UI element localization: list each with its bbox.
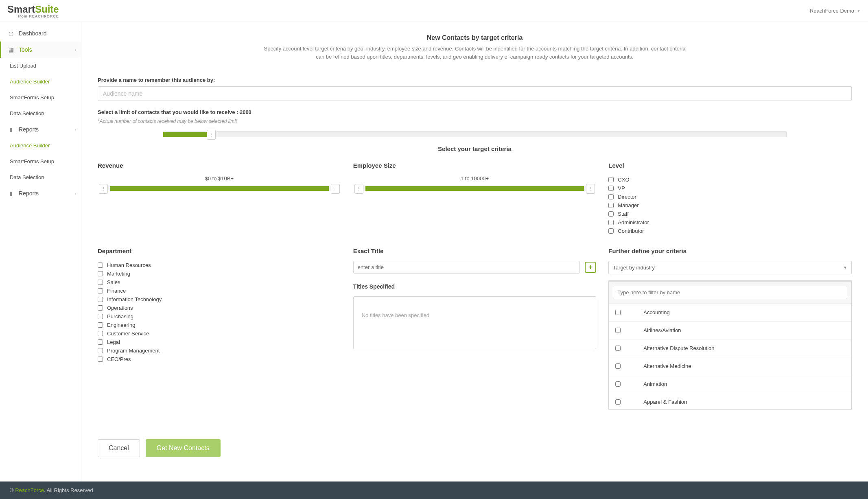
- slider-thumb-right[interactable]: [586, 184, 595, 194]
- level-checkbox[interactable]: [608, 203, 614, 208]
- department-checkbox[interactable]: [98, 305, 103, 311]
- level-checkbox[interactable]: [608, 194, 614, 199]
- slider-thumb-right[interactable]: [331, 184, 340, 194]
- department-checkbox[interactable]: [98, 271, 103, 276]
- industry-checkbox[interactable]: [615, 363, 621, 369]
- department-checkbox[interactable]: [98, 331, 103, 336]
- department-label: Information Technology: [107, 296, 162, 302]
- sidebar-item-dashboard[interactable]: ◷Dashboard: [0, 25, 81, 42]
- barchart-icon: ▮: [7, 190, 15, 197]
- department-checkbox[interactable]: [98, 280, 103, 285]
- level-item: Staff: [608, 210, 852, 218]
- slider-thumb-left[interactable]: [99, 184, 108, 194]
- department-item: Customer Service: [98, 329, 341, 338]
- user-menu[interactable]: ReachForce Demo ▼: [810, 8, 861, 14]
- level-list: CXOVPDirectorManagerStaffAdministratorCo…: [608, 175, 852, 235]
- industry-label: Animation: [643, 381, 667, 387]
- level-checkbox[interactable]: [608, 186, 614, 191]
- department-item: CEO/Pres: [98, 355, 341, 363]
- footer-brand-link[interactable]: ReachForce: [15, 487, 44, 493]
- sidebar-item-data-selection[interactable]: Data Selection: [0, 105, 81, 121]
- sidebar-label: Dashboard: [19, 30, 47, 37]
- department-item: Legal: [98, 338, 341, 346]
- sidebar-item-smartforms-setup[interactable]: SmartForms Setup: [0, 90, 81, 105]
- department-item: Program Management: [98, 346, 341, 355]
- contact-limit-slider[interactable]: [98, 131, 852, 137]
- industry-checkbox[interactable]: [615, 310, 621, 315]
- department-head: Department: [98, 247, 341, 254]
- department-label: Finance: [107, 288, 126, 294]
- level-label: Administrator: [618, 219, 649, 225]
- level-label: Manager: [618, 202, 638, 208]
- sidebar-item-tools[interactable]: ▦Tools›: [0, 42, 81, 58]
- sidebar-label: SmartForms Setup: [10, 158, 54, 164]
- department-checkbox[interactable]: [98, 263, 103, 268]
- audience-name-input[interactable]: [98, 86, 852, 101]
- level-label: Staff: [618, 211, 629, 217]
- industry-checkbox[interactable]: [615, 381, 621, 387]
- department-checkbox[interactable]: [98, 297, 103, 302]
- sidebar-item-reports-2[interactable]: ▮Reports›: [0, 185, 81, 201]
- cancel-button[interactable]: Cancel: [98, 439, 140, 457]
- revenue-head: Revenue: [98, 162, 341, 169]
- level-checkbox[interactable]: [608, 211, 614, 217]
- industry-label: Alternative Medicine: [643, 363, 691, 369]
- footer: © ReachForce. All Rights Reserved: [0, 481, 868, 499]
- page-description: Specify account level target criteria by…: [263, 45, 687, 61]
- sidebar-item-audience-builder-2[interactable]: Audience Builder: [0, 138, 81, 153]
- sidebar-label: Audience Builder: [10, 79, 50, 85]
- sidebar-item-smartforms-setup-2[interactable]: SmartForms Setup: [0, 153, 81, 169]
- sidebar-item-audience-builder[interactable]: Audience Builder: [0, 74, 81, 90]
- department-label: Program Management: [107, 348, 160, 354]
- industry-row: Accounting: [609, 304, 851, 322]
- level-label: Contributor: [618, 228, 644, 234]
- target-by-dropdown[interactable]: Target by industry ▼: [608, 261, 852, 274]
- sidebar-item-list-upload[interactable]: List Upload: [0, 58, 81, 74]
- exact-title-head: Exact Title: [353, 247, 597, 254]
- further-head: Further define your criteria: [608, 247, 852, 254]
- sidebar-label: Data Selection: [10, 110, 44, 116]
- level-head: Level: [608, 162, 852, 169]
- slider-thumb-left[interactable]: [354, 184, 363, 194]
- department-checkbox[interactable]: [98, 339, 103, 345]
- titles-empty-text: No titles have been specified: [362, 312, 429, 318]
- sidebar-label: List Upload: [10, 63, 36, 69]
- department-label: Purchasing: [107, 313, 133, 320]
- department-item: Marketing: [98, 269, 341, 278]
- exact-title-block: Exact Title + Titles Specified No titles…: [353, 247, 597, 410]
- level-checkbox[interactable]: [608, 228, 614, 234]
- department-checkbox[interactable]: [98, 322, 103, 328]
- level-checkbox[interactable]: [608, 177, 614, 182]
- sidebar-item-reports[interactable]: ▮Reports›: [0, 121, 81, 138]
- industry-checkbox[interactable]: [615, 399, 621, 405]
- level-item: CXO: [608, 175, 852, 184]
- exact-title-input[interactable]: [353, 261, 580, 274]
- department-item: Purchasing: [98, 312, 341, 321]
- industry-checkbox[interactable]: [615, 346, 621, 351]
- slider-thumb[interactable]: [207, 130, 216, 140]
- industry-filter-input[interactable]: [613, 286, 847, 299]
- department-checkbox[interactable]: [98, 348, 103, 353]
- department-checkbox[interactable]: [98, 357, 103, 362]
- department-checkbox[interactable]: [98, 288, 103, 293]
- get-new-contacts-button[interactable]: Get New Contacts: [146, 439, 221, 457]
- barchart-icon: ▮: [7, 126, 15, 133]
- department-label: Operations: [107, 305, 133, 311]
- industry-checkbox[interactable]: [615, 328, 621, 333]
- industry-label: Airlines/Aviation: [643, 327, 681, 333]
- employee-size-block: Employee Size 1 to 10000+: [353, 162, 597, 235]
- logo-smart: Smart: [7, 4, 35, 15]
- revenue-slider[interactable]: [103, 186, 336, 191]
- level-label: CXO: [618, 177, 629, 183]
- topbar: SmartSuite from REACHFORCE ReachForce De…: [0, 0, 868, 22]
- industry-panel: AccountingAirlines/AviationAlternative D…: [608, 280, 852, 410]
- department-checkbox[interactable]: [98, 314, 103, 319]
- add-title-button[interactable]: +: [585, 262, 596, 273]
- sidebar-label: Data Selection: [10, 174, 44, 180]
- employee-slider[interactable]: [358, 186, 592, 191]
- footer-rest: . All Rights Reserved: [44, 487, 93, 493]
- level-checkbox[interactable]: [608, 220, 614, 225]
- sidebar-item-data-selection-2[interactable]: Data Selection: [0, 169, 81, 185]
- level-item: Director: [608, 193, 852, 201]
- employee-range-value: 1 to 10000+: [353, 175, 597, 182]
